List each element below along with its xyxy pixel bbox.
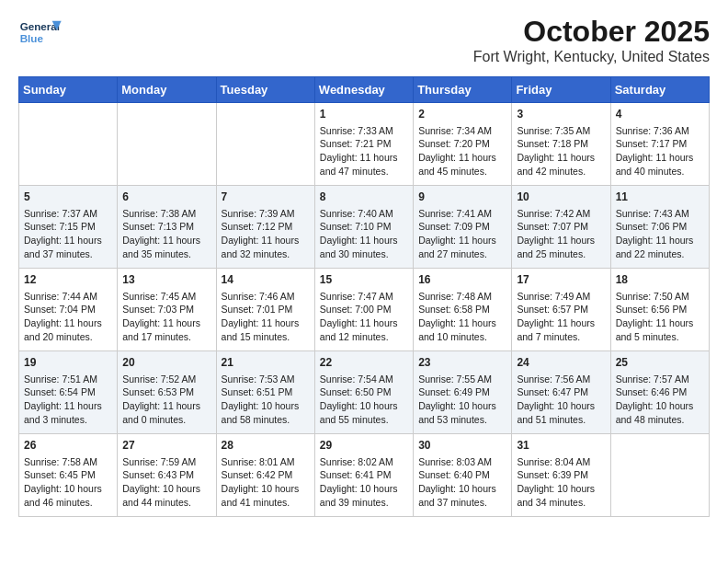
day-number: 26 xyxy=(24,438,112,454)
day-info: Daylight: 11 hours xyxy=(320,316,408,330)
day-info: and 46 minutes. xyxy=(24,496,112,510)
weekday-header-tuesday: Tuesday xyxy=(216,77,314,103)
day-number: 14 xyxy=(222,272,310,288)
logo: General Blue xyxy=(18,15,64,52)
day-info: Daylight: 10 hours xyxy=(418,399,506,413)
calendar-cell: 3Sunrise: 7:35 AMSunset: 7:18 PMDaylight… xyxy=(512,103,610,186)
day-info: Daylight: 11 hours xyxy=(616,234,704,247)
day-info: Sunset: 7:09 PM xyxy=(418,220,506,234)
day-info: Sunrise: 8:03 AM xyxy=(418,455,506,469)
weekday-header-wednesday: Wednesday xyxy=(314,77,413,103)
calendar-cell: 23Sunrise: 7:55 AMSunset: 6:49 PMDayligh… xyxy=(414,351,512,434)
day-info: and 45 minutes. xyxy=(418,165,506,178)
day-info: Sunrise: 7:51 AM xyxy=(24,373,112,386)
day-info: Sunset: 6:56 PM xyxy=(616,303,704,316)
day-info: Sunrise: 7:40 AM xyxy=(320,207,408,221)
day-number: 28 xyxy=(222,438,310,454)
day-info: Sunrise: 7:41 AM xyxy=(418,207,506,221)
day-number: 23 xyxy=(418,355,506,371)
calendar-cell: 2Sunrise: 7:34 AMSunset: 7:20 PMDaylight… xyxy=(414,103,512,186)
day-info: Sunset: 6:53 PM xyxy=(122,385,210,399)
calendar-cell: 10Sunrise: 7:42 AMSunset: 7:07 PMDayligh… xyxy=(512,186,610,269)
day-info: and 39 minutes. xyxy=(320,496,408,510)
day-info: Sunrise: 7:59 AM xyxy=(122,455,210,469)
day-info: Sunset: 7:20 PM xyxy=(418,137,506,151)
day-number: 6 xyxy=(122,190,210,205)
calendar-cell: 26Sunrise: 7:58 AMSunset: 6:45 PMDayligh… xyxy=(19,434,118,517)
calendar-cell xyxy=(610,434,709,517)
day-info: Sunrise: 7:44 AM xyxy=(24,290,112,304)
calendar-cell: 12Sunrise: 7:44 AMSunset: 7:04 PMDayligh… xyxy=(19,269,118,351)
week-row-1: 1Sunrise: 7:33 AMSunset: 7:21 PMDaylight… xyxy=(19,103,710,186)
day-info: Daylight: 11 hours xyxy=(616,151,704,165)
day-info: Sunset: 7:13 PM xyxy=(122,220,210,234)
day-info: and 48 minutes. xyxy=(616,413,704,427)
day-number: 8 xyxy=(320,190,408,205)
weekday-header-row: SundayMondayTuesdayWednesdayThursdayFrid… xyxy=(19,77,710,103)
calendar-cell: 6Sunrise: 7:38 AMSunset: 7:13 PMDaylight… xyxy=(118,186,216,269)
day-info: Daylight: 11 hours xyxy=(320,234,408,247)
day-info: and 0 minutes. xyxy=(122,413,210,427)
day-info: Sunset: 7:03 PM xyxy=(122,303,210,316)
calendar-cell: 19Sunrise: 7:51 AMSunset: 6:54 PMDayligh… xyxy=(19,351,118,434)
week-row-2: 5Sunrise: 7:37 AMSunset: 7:15 PMDaylight… xyxy=(19,186,710,269)
day-info: and 25 minutes. xyxy=(517,247,605,261)
day-info: Daylight: 11 hours xyxy=(122,234,210,247)
day-info: Daylight: 10 hours xyxy=(24,482,112,496)
week-row-5: 26Sunrise: 7:58 AMSunset: 6:45 PMDayligh… xyxy=(19,434,710,517)
day-info: Sunrise: 7:52 AM xyxy=(122,373,210,386)
day-info: Sunrise: 7:47 AM xyxy=(320,290,408,304)
calendar-cell: 11Sunrise: 7:43 AMSunset: 7:06 PMDayligh… xyxy=(610,186,709,269)
day-number: 20 xyxy=(122,355,210,371)
day-info: Sunrise: 7:37 AM xyxy=(24,207,112,221)
day-info: Sunset: 6:50 PM xyxy=(320,385,408,399)
logo-icon: General Blue xyxy=(18,15,64,52)
day-info: Sunset: 7:21 PM xyxy=(320,137,408,151)
day-info: and 47 minutes. xyxy=(320,165,408,178)
calendar-cell: 5Sunrise: 7:37 AMSunset: 7:15 PMDaylight… xyxy=(19,186,118,269)
day-number: 21 xyxy=(222,355,310,371)
day-number: 16 xyxy=(418,272,506,288)
calendar-cell: 13Sunrise: 7:45 AMSunset: 7:03 PMDayligh… xyxy=(118,269,216,351)
day-info: Sunset: 6:51 PM xyxy=(222,385,310,399)
day-info: Sunrise: 7:46 AM xyxy=(222,290,310,304)
day-info: Sunrise: 7:34 AM xyxy=(418,124,506,138)
day-info: Sunrise: 8:01 AM xyxy=(222,455,310,469)
day-number: 9 xyxy=(418,190,506,205)
day-info: Sunrise: 8:04 AM xyxy=(517,455,605,469)
day-info: Sunrise: 7:42 AM xyxy=(517,207,605,221)
day-info: Sunset: 7:17 PM xyxy=(616,137,704,151)
day-number: 29 xyxy=(320,438,408,454)
svg-text:Blue: Blue xyxy=(20,32,44,44)
day-info: and 42 minutes. xyxy=(517,165,605,178)
day-number: 22 xyxy=(320,355,408,371)
day-info: Daylight: 11 hours xyxy=(418,151,506,165)
day-info: and 44 minutes. xyxy=(122,496,210,510)
day-info: and 35 minutes. xyxy=(122,247,210,261)
day-number: 17 xyxy=(517,272,605,288)
day-info: Sunset: 6:49 PM xyxy=(418,385,506,399)
calendar-cell: 15Sunrise: 7:47 AMSunset: 7:00 PMDayligh… xyxy=(314,269,413,351)
calendar-cell: 20Sunrise: 7:52 AMSunset: 6:53 PMDayligh… xyxy=(118,351,216,434)
day-info: and 15 minutes. xyxy=(222,330,310,344)
calendar-table: SundayMondayTuesdayWednesdayThursdayFrid… xyxy=(18,76,710,517)
day-info: and 41 minutes. xyxy=(222,496,310,510)
day-info: and 32 minutes. xyxy=(222,247,310,261)
calendar-cell: 9Sunrise: 7:41 AMSunset: 7:09 PMDaylight… xyxy=(414,186,512,269)
week-row-3: 12Sunrise: 7:44 AMSunset: 7:04 PMDayligh… xyxy=(19,269,710,351)
day-info: Daylight: 11 hours xyxy=(616,316,704,330)
calendar-cell: 17Sunrise: 7:49 AMSunset: 6:57 PMDayligh… xyxy=(512,269,610,351)
day-info: Sunset: 7:07 PM xyxy=(517,220,605,234)
day-number: 12 xyxy=(24,272,112,288)
day-info: Sunset: 7:15 PM xyxy=(24,220,112,234)
day-info: Sunset: 6:43 PM xyxy=(122,468,210,482)
day-info: Daylight: 10 hours xyxy=(320,399,408,413)
calendar-cell: 18Sunrise: 7:50 AMSunset: 6:56 PMDayligh… xyxy=(610,269,709,351)
day-info: Daylight: 10 hours xyxy=(517,482,605,496)
day-info: Daylight: 10 hours xyxy=(616,399,704,413)
day-info: Daylight: 11 hours xyxy=(320,151,408,165)
calendar-cell: 27Sunrise: 7:59 AMSunset: 6:43 PMDayligh… xyxy=(118,434,216,517)
day-info: Daylight: 11 hours xyxy=(122,399,210,413)
day-info: Daylight: 10 hours xyxy=(222,482,310,496)
day-info: Daylight: 11 hours xyxy=(24,234,112,247)
